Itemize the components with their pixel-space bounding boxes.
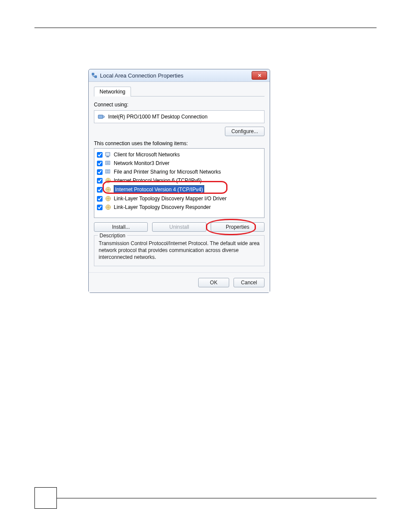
svg-rect-7 — [106, 162, 109, 162]
svg-rect-2 — [98, 115, 103, 118]
list-item[interactable]: Internet Protocol Version 4 (TCP/IPv4) — [95, 185, 263, 194]
adapter-icon — [98, 113, 105, 120]
properties-button-label: Properties — [226, 224, 249, 230]
svg-rect-10 — [106, 171, 109, 171]
tab-strip: Networking — [94, 86, 265, 96]
item-checkbox[interactable] — [97, 187, 103, 193]
configure-button[interactable]: Configure... — [225, 127, 265, 136]
client-icon — [105, 152, 111, 158]
svg-rect-9 — [106, 170, 110, 173]
item-checkbox[interactable] — [97, 161, 103, 166]
item-checkbox[interactable] — [97, 169, 103, 175]
cancel-button[interactable]: Cancel — [234, 278, 265, 287]
svg-rect-5 — [106, 156, 109, 157]
item-label: Link-Layer Topology Discovery Responder — [114, 203, 211, 211]
item-label: Link-Layer Topology Discovery Mapper I/O… — [114, 195, 227, 202]
list-item[interactable]: Link-Layer Topology Discovery Responder — [95, 203, 263, 212]
items-listbox[interactable]: Client for Microsoft NetworksNetwork Mon… — [94, 148, 265, 218]
list-item[interactable]: Internet Protocol Version 6 (TCP/IPv6) — [95, 176, 263, 185]
page-number-box — [34, 487, 57, 509]
title-bar[interactable]: Local Area Connection Properties ✕ — [89, 69, 270, 82]
network-icon — [91, 72, 97, 78]
protocol-icon — [105, 204, 111, 210]
item-checkbox[interactable] — [97, 196, 103, 202]
dialog-footer: OK Cancel — [89, 272, 270, 292]
svg-rect-0 — [92, 73, 94, 75]
ok-button[interactable]: OK — [198, 278, 229, 287]
header-rule — [34, 28, 377, 28]
item-label: Internet Protocol Version 6 (TCP/IPv6) — [114, 177, 202, 184]
svg-rect-8 — [106, 163, 109, 164]
properties-button[interactable]: Properties — [211, 222, 265, 232]
item-checkbox[interactable] — [97, 205, 103, 210]
item-checkbox[interactable] — [97, 152, 103, 158]
list-item[interactable]: Client for Microsoft Networks — [95, 150, 263, 159]
protocol-icon — [105, 187, 111, 193]
window-title: Local Area Connection Properties — [100, 72, 252, 79]
connection-properties-dialog: Local Area Connection Properties ✕ Netwo… — [88, 69, 270, 293]
item-label: File and Printer Sharing for Microsoft N… — [114, 168, 221, 176]
close-icon: ✕ — [258, 73, 262, 78]
list-item[interactable]: Link-Layer Topology Discovery Mapper I/O… — [95, 194, 263, 203]
install-button[interactable]: Install... — [94, 222, 148, 232]
svg-rect-6 — [106, 161, 110, 165]
list-item[interactable]: Network Monitor3 Driver — [95, 159, 263, 168]
item-label: Network Monitor3 Driver — [114, 159, 169, 167]
svg-rect-1 — [95, 76, 97, 78]
description-text: Transmission Control Protocol/Internet P… — [99, 240, 260, 261]
svg-rect-11 — [106, 172, 109, 172]
tab-networking[interactable]: Networking — [94, 87, 131, 96]
item-checkbox[interactable] — [97, 178, 103, 184]
service-icon — [105, 160, 111, 166]
description-legend: Description — [98, 232, 127, 239]
item-label: Internet Protocol Version 4 (TCP/IPv4) — [114, 185, 204, 194]
items-label: This connection uses the following items… — [94, 140, 265, 146]
description-group: Description Transmission Control Protoco… — [94, 235, 265, 266]
footer-rule — [56, 498, 377, 498]
adapter-name: Intel(R) PRO/1000 MT Desktop Connection — [108, 114, 208, 120]
adapter-field: Intel(R) PRO/1000 MT Desktop Connection — [94, 110, 265, 123]
svg-point-3 — [103, 116, 105, 118]
service-icon — [105, 169, 111, 175]
svg-rect-4 — [106, 152, 110, 156]
connect-using-label: Connect using: — [94, 102, 265, 108]
list-item[interactable]: File and Printer Sharing for Microsoft N… — [95, 168, 263, 176]
protocol-icon — [105, 177, 111, 184]
item-label: Client for Microsoft Networks — [114, 151, 180, 159]
uninstall-button: Uninstall — [152, 222, 206, 232]
protocol-icon — [105, 196, 111, 202]
close-button[interactable]: ✕ — [252, 71, 267, 80]
